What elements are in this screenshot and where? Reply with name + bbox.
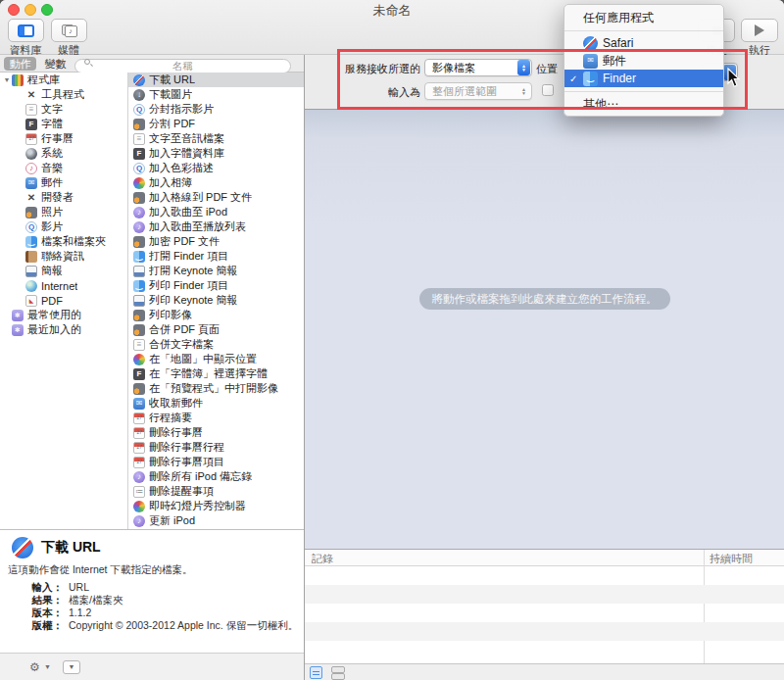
action-item-label: 收取新郵件 (149, 396, 203, 411)
annotation-red-rectangle (337, 49, 748, 110)
action-item[interactable]: F加入字體資料庫 (128, 146, 304, 161)
action-item[interactable]: Q分封指示影片 (128, 102, 304, 117)
action-item[interactable]: ♪加入歌曲至 iPod (128, 205, 304, 219)
action-item[interactable]: ‿列印 Finder 項目 (128, 278, 304, 293)
action-item[interactable]: 加入格線到 PDF 文件 (128, 190, 304, 205)
calendar-icon: 17 (133, 457, 145, 468)
action-item[interactable]: 分割 PDF (128, 117, 304, 131)
action-item[interactable]: 合併 PDF 頁面 (128, 322, 304, 337)
action-item[interactable]: 列印影像 (128, 308, 304, 322)
sidebar-item[interactable]: ♪音樂 (0, 161, 127, 175)
action-item-label: 合併文字檔案 (149, 337, 214, 352)
log-view-compact-icon[interactable] (331, 666, 344, 679)
action-item[interactable]: ♪更新 iPod (128, 513, 304, 528)
sidebar-item[interactable]: 簡報 (0, 264, 127, 278)
detail-field-value: Copyright © 2003-2012 Apple Inc. 保留一切權利。 (69, 619, 298, 632)
action-item[interactable]: 17刪除行事曆項目 (128, 455, 304, 469)
action-item[interactable]: F在「字體簿」裡選擇字體 (128, 366, 304, 381)
safari-icon (133, 74, 145, 86)
detail-title: 下載 URL (41, 539, 101, 557)
itunes-icon: ♪ (133, 471, 145, 483)
action-item[interactable]: 在「預覽程式」中打開影像 (128, 381, 304, 396)
run-button[interactable] (741, 19, 778, 42)
keynote-icon (133, 266, 145, 277)
action-item[interactable]: 即時幻燈片秀控制器 (128, 499, 304, 513)
action-item-label: 刪除提醒事項 (149, 484, 214, 499)
action-item[interactable]: 加入相簿 (128, 175, 304, 190)
media-button[interactable] (51, 19, 87, 42)
sidebar-item[interactable]: ✉郵件 (0, 175, 127, 190)
detail-field-value: URL (69, 581, 89, 594)
sidebar-item-label: 影片 (41, 219, 63, 234)
collapse-panel-button[interactable]: ▼ (63, 660, 80, 674)
action-list: 下載 URL↓下載圖片Q分封指示影片分割 PDF≡文字至音訊檔案F加入字體資料庫… (127, 73, 304, 529)
media-icon (133, 236, 145, 248)
action-item-label: 加入格線到 PDF 文件 (149, 190, 252, 205)
sidebar-item[interactable]: ‿檔案和檔案夾 (0, 234, 127, 249)
action-item-label: 在「地圖」中顯示位置 (149, 352, 257, 366)
action-item[interactable]: 加密 PDF 文件 (128, 234, 304, 249)
action-item[interactable]: ≔刪除提醒事項 (128, 484, 304, 499)
font-icon: F (133, 148, 145, 160)
action-item[interactable]: 下載 URL (128, 73, 304, 87)
action-item[interactable]: ↓下載圖片 (128, 87, 304, 102)
library-button[interactable] (8, 19, 44, 42)
action-item[interactable]: Q加入色彩描述 (128, 161, 304, 175)
action-item[interactable]: 17刪除行事曆 (128, 425, 304, 440)
action-item[interactable]: ♪加入歌曲至播放列表 (128, 219, 304, 234)
sidebar-item[interactable]: 聯絡資訊 (0, 249, 127, 264)
sidebar-item-label: Internet (41, 280, 77, 292)
tab-actions[interactable]: 動作 (4, 57, 36, 71)
action-item[interactable]: ♪刪除所有 iPod 備忘錄 (128, 469, 304, 484)
menu-item-[interactable]: 任何應用程式 (564, 9, 723, 26)
detail-field-value: 1.1.2 (69, 607, 91, 619)
disclosure-triangle-icon[interactable]: ▼ (2, 76, 12, 83)
sidebar-item-label: 程式庫 (27, 73, 60, 87)
sidebar-item[interactable]: F字體 (0, 117, 127, 131)
action-item[interactable]: ✉收取新郵件 (128, 396, 304, 411)
action-item-label: 刪除行事曆行程 (149, 440, 224, 455)
sidebar-item[interactable]: ✕工具程式 (0, 87, 127, 102)
tab-variables[interactable]: 變數 (39, 57, 72, 71)
action-item[interactable]: 列印 Keynote 簡報 (128, 293, 304, 308)
search-field[interactable] (74, 56, 291, 71)
action-item-label: 列印 Finder 項目 (149, 278, 228, 293)
calendar-icon: 17 (25, 133, 37, 145)
detail-description: 這項動作會從 Internet 下載指定的檔案。 (8, 563, 192, 577)
detail-field-label: 版權： (0, 619, 63, 632)
colorwheel-icon (133, 501, 145, 512)
action-item[interactable]: ≡合併文字檔案 (128, 337, 304, 352)
itunes-icon: ♪ (133, 207, 145, 219)
action-item-label: 加密 PDF 文件 (149, 234, 220, 249)
action-item[interactable]: 17刪除行事曆行程 (128, 440, 304, 455)
action-item[interactable]: 17行程摘要 (128, 411, 304, 425)
action-item[interactable]: ‿打開 Finder 項目 (128, 249, 304, 264)
keynote-icon (133, 295, 145, 307)
workflow-canvas[interactable]: 將動作或檔案拖到此處來建立您的工作流程。 (305, 110, 784, 549)
action-item[interactable]: ≡文字至音訊檔案 (128, 131, 304, 146)
action-item[interactable]: 打開 Keynote 簡報 (128, 264, 304, 278)
log-view-list-icon[interactable] (310, 666, 322, 679)
sidebar-item[interactable]: 系統 (0, 146, 127, 161)
sidebar-item[interactable]: ✱最常使用的 (0, 308, 127, 322)
pdf-icon: ◣ (25, 295, 37, 307)
sidebar-item[interactable]: ✕開發者 (0, 190, 127, 205)
sidebar-item[interactable]: 17行事曆 (0, 131, 127, 146)
sidebar-item-label: 最常使用的 (27, 308, 81, 322)
itunes-icon: ♪ (133, 515, 145, 527)
action-item-label: 列印 Keynote 簡報 (149, 293, 237, 308)
colorwheel-icon (133, 354, 145, 365)
sidebar-item[interactable]: ▼程式庫 (0, 73, 127, 87)
media-icon (25, 207, 37, 219)
sidebar-item[interactable]: 照片 (0, 205, 127, 219)
sidebar-item[interactable]: Q影片 (0, 219, 127, 234)
gear-icon[interactable]: ⚙ (29, 660, 40, 674)
sidebar-item[interactable]: Internet (0, 278, 127, 293)
sidebar-item[interactable]: ≡文字 (0, 102, 127, 117)
download-icon: ↓ (133, 89, 145, 101)
action-item[interactable]: 在「地圖」中顯示位置 (128, 352, 304, 366)
search-input[interactable] (74, 59, 291, 73)
calendar-icon: 17 (133, 442, 145, 454)
sidebar-item[interactable]: ✱最近加入的 (0, 322, 127, 337)
sidebar-item[interactable]: ◣PDF (0, 293, 127, 308)
